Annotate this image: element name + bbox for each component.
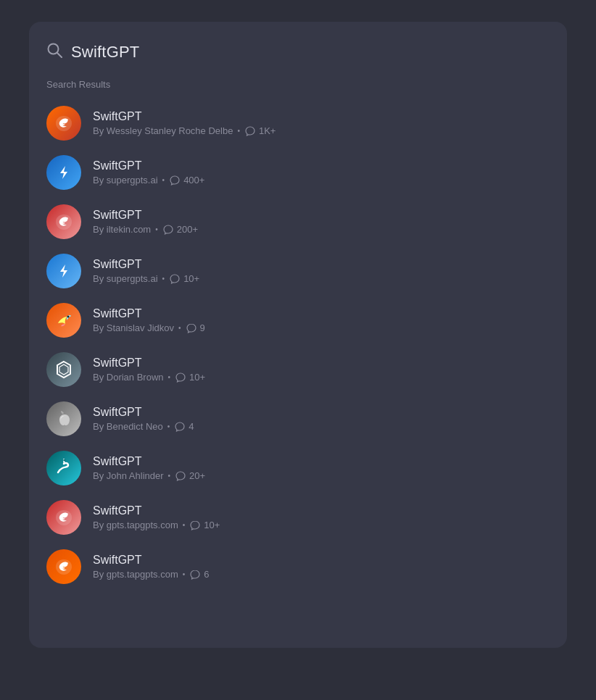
chat-icon	[244, 125, 256, 137]
meta-separator: •	[178, 324, 181, 332]
result-meta: By Wessley Stanley Roche Delbe • 1K+	[93, 125, 550, 137]
avatar	[46, 303, 81, 338]
chat-icon	[169, 175, 181, 186]
avatar	[46, 254, 81, 288]
list-item[interactable]: SwiftGPT By supergpts.ai • 400+	[29, 148, 567, 197]
result-meta: By gpts.tapgpts.com • 10+	[93, 520, 550, 531]
chat-count-wrap: 10+	[175, 372, 205, 383]
avatar	[46, 106, 81, 141]
result-name: SwiftGPT	[93, 406, 550, 419]
meta-separator: •	[162, 176, 165, 184]
search-bar: SwiftGPT	[29, 36, 567, 73]
result-info: SwiftGPT By gpts.tapgpts.com • 10+	[93, 504, 550, 531]
svg-marker-6	[59, 364, 68, 375]
result-name: SwiftGPT	[93, 159, 550, 172]
chat-count: 20+	[189, 470, 205, 481]
result-name: SwiftGPT	[93, 455, 550, 468]
meta-separator: •	[237, 127, 240, 135]
result-info: SwiftGPT By iltekin.com • 200+	[93, 209, 550, 236]
chat-count: 10+	[189, 372, 205, 383]
result-name: SwiftGPT	[93, 357, 550, 370]
result-meta: By supergpts.ai • 10+	[93, 273, 550, 285]
meta-separator: •	[168, 373, 171, 381]
result-author: By Stanislav Jidkov	[93, 322, 174, 333]
list-item[interactable]: SwiftGPT By Dorian Brown • 10+	[29, 345, 567, 394]
search-query: SwiftGPT	[71, 43, 140, 62]
section-label: Search Results	[29, 73, 567, 99]
result-info: SwiftGPT By Wessley Stanley Roche Delbe …	[93, 110, 550, 137]
list-item[interactable]: SwiftGPT By gpts.tapgpts.com • 6	[29, 542, 567, 591]
chat-count: 200+	[177, 224, 198, 235]
chat-count-wrap: 200+	[162, 224, 198, 236]
avatar	[46, 549, 81, 584]
chat-icon	[174, 421, 186, 433]
result-info: SwiftGPT By gpts.tapgpts.com • 6	[93, 554, 550, 580]
chat-count-wrap: 1K+	[244, 125, 276, 137]
chat-icon	[175, 372, 186, 383]
list-item[interactable]: SwiftGPT By gpts.tapgpts.com • 10+	[29, 493, 567, 542]
result-author: By iltekin.com	[93, 224, 151, 235]
result-info: SwiftGPT By Benedict Neo • 4	[93, 406, 550, 433]
list-item[interactable]: SwiftGPT By Benedict Neo • 4	[29, 394, 567, 443]
chat-icon	[189, 569, 201, 580]
result-author: By Benedict Neo	[93, 421, 163, 432]
chat-count-wrap: 20+	[175, 470, 205, 482]
svg-marker-2	[60, 166, 67, 179]
chat-count: 6	[204, 569, 209, 580]
result-meta: By Stanislav Jidkov • 9	[93, 322, 550, 334]
chat-count: 400+	[183, 175, 204, 186]
chat-count-wrap: 6	[189, 569, 209, 580]
chat-count: 1K+	[259, 125, 276, 136]
svg-point-4	[67, 316, 70, 318]
result-name: SwiftGPT	[93, 110, 550, 123]
meta-separator: •	[162, 275, 165, 283]
search-panel: SwiftGPT Search Results SwiftGPT By Wess…	[29, 22, 567, 648]
meta-separator: •	[183, 521, 186, 529]
svg-point-7	[64, 459, 65, 461]
chat-count-wrap: 400+	[169, 175, 204, 186]
chat-count: 10+	[204, 520, 220, 530]
result-info: SwiftGPT By Dorian Brown • 10+	[93, 357, 550, 383]
avatar	[46, 352, 81, 387]
chat-count: 4	[189, 421, 194, 432]
result-author: By supergpts.ai	[93, 175, 158, 186]
result-name: SwiftGPT	[93, 258, 550, 271]
result-meta: By Benedict Neo • 4	[93, 421, 550, 433]
result-name: SwiftGPT	[93, 307, 550, 320]
meta-separator: •	[167, 422, 170, 430]
chat-count-wrap: 4	[174, 421, 194, 433]
list-item[interactable]: SwiftGPT By John Ahlinder • 20+	[29, 443, 567, 493]
chat-count: 10+	[183, 273, 199, 284]
result-author: By John Ahlinder	[93, 470, 164, 481]
result-author: By supergpts.ai	[93, 273, 158, 284]
result-info: SwiftGPT By Stanislav Jidkov • 9	[93, 307, 550, 334]
chat-icon	[186, 322, 197, 334]
result-author: By Dorian Brown	[93, 372, 164, 383]
chat-icon	[169, 273, 181, 285]
chat-count-wrap: 9	[186, 322, 205, 334]
list-item[interactable]: SwiftGPT By Stanislav Jidkov • 9	[29, 296, 567, 345]
avatar	[46, 204, 81, 239]
meta-separator: •	[183, 570, 186, 578]
result-meta: By iltekin.com • 200+	[93, 224, 550, 236]
list-item[interactable]: SwiftGPT By iltekin.com • 200+	[29, 197, 567, 246]
results-list: SwiftGPT By Wessley Stanley Roche Delbe …	[29, 99, 567, 591]
avatar	[46, 401, 81, 436]
avatar	[46, 500, 81, 535]
result-info: SwiftGPT By supergpts.ai • 400+	[93, 159, 550, 186]
avatar	[46, 155, 81, 190]
result-author: By gpts.tapgpts.com	[93, 569, 178, 580]
result-name: SwiftGPT	[93, 554, 550, 567]
list-item[interactable]: SwiftGPT By supergpts.ai • 10+	[29, 246, 567, 296]
meta-separator: •	[168, 472, 171, 480]
result-meta: By gpts.tapgpts.com • 6	[93, 569, 550, 580]
list-item[interactable]: SwiftGPT By Wessley Stanley Roche Delbe …	[29, 99, 567, 148]
chat-icon	[175, 470, 186, 482]
result-author: By gpts.tapgpts.com	[93, 520, 178, 530]
chat-icon	[189, 520, 201, 531]
svg-marker-3	[60, 264, 67, 278]
result-meta: By supergpts.ai • 400+	[93, 175, 550, 186]
meta-separator: •	[155, 225, 158, 233]
chat-count-wrap: 10+	[189, 520, 220, 531]
svg-line-9	[64, 459, 65, 459]
